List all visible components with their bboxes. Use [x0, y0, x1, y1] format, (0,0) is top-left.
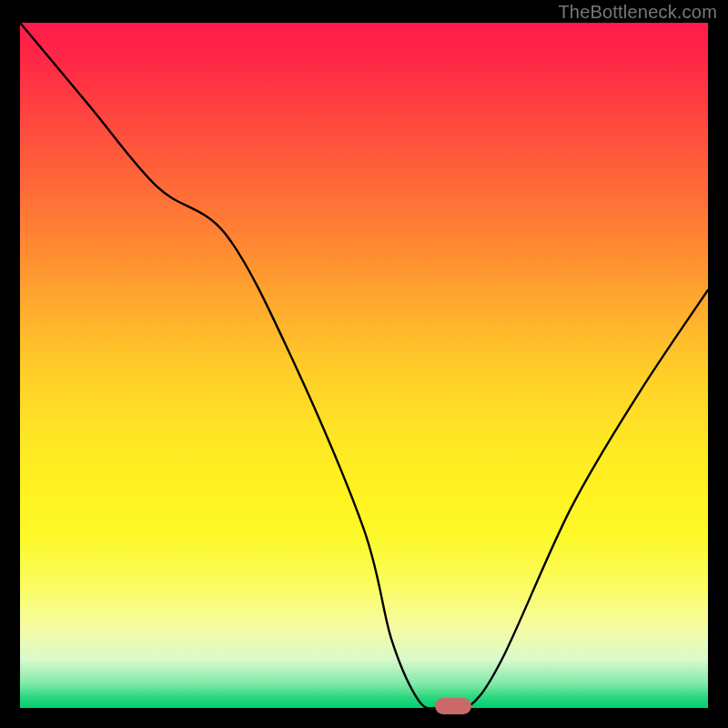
chart-svg [20, 23, 708, 708]
bottleneck-curve-path [20, 23, 708, 708]
optimal-marker [435, 698, 471, 713]
attribution-text: TheBottleneck.com [558, 2, 717, 23]
plot-area [20, 23, 708, 708]
